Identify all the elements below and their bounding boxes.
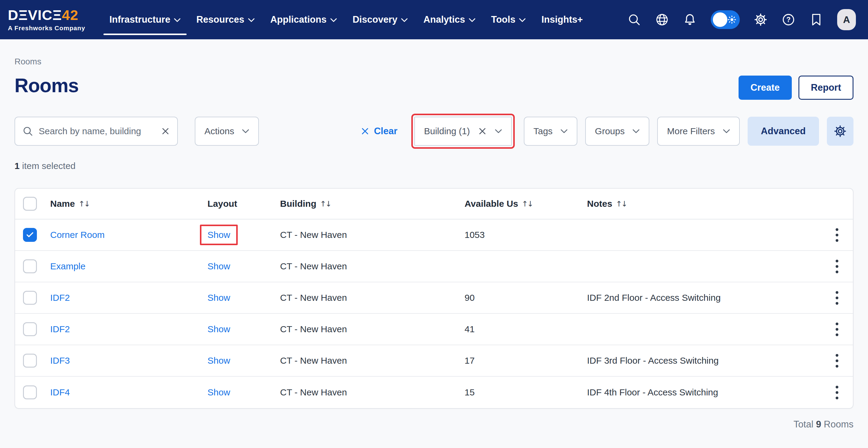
nav-item-analytics[interactable]: Analytics	[415, 0, 483, 39]
remove-filter-x-icon[interactable]	[478, 127, 487, 136]
selection-status: 1 item selected	[14, 161, 854, 171]
nav-item-insights[interactable]: Insights+	[533, 0, 591, 39]
row-menu-kebab-icon[interactable]	[830, 257, 844, 276]
table-footer: Total 9 Rooms	[14, 419, 854, 430]
search-icon[interactable]	[627, 13, 641, 27]
layout-show-link[interactable]: Show	[208, 324, 230, 334]
available-cell: 15	[465, 387, 587, 397]
column-header-available[interactable]: Available Us ↑↓	[465, 199, 587, 209]
show-annotation-wrapper: Show	[208, 324, 230, 334]
row-menu-kebab-icon[interactable]	[830, 289, 844, 307]
sort-icon[interactable]: ↑↓	[320, 199, 331, 208]
row-checkbox[interactable]	[23, 291, 37, 305]
total-count: 9	[816, 419, 821, 429]
title-actions: Create Report	[739, 75, 854, 100]
nav-item-label: Insights+	[541, 14, 583, 25]
chevron-down-icon	[248, 18, 255, 22]
nav-item-label: Discovery	[353, 14, 397, 25]
filter-right-group: Clear Building (1) Tags Groups More Filt…	[361, 117, 854, 146]
building-filter-chip[interactable]: Building (1)	[414, 117, 512, 146]
create-button[interactable]: Create	[739, 75, 792, 100]
row-checkbox[interactable]	[23, 322, 37, 336]
nav-item-tools[interactable]: Tools	[483, 0, 533, 39]
sort-icon[interactable]: ↑↓	[79, 199, 90, 208]
row-menu-kebab-icon[interactable]	[830, 352, 844, 370]
nav-item-infrastructure[interactable]: Infrastructure	[102, 0, 189, 39]
column-label: Name	[50, 199, 75, 209]
more-filters-dropdown[interactable]: More Filters	[657, 117, 740, 146]
row-checkbox[interactable]	[23, 354, 37, 367]
room-name-link[interactable]: IDF2	[50, 293, 70, 302]
main-navigation: Infrastructure Resources Applications Di…	[102, 0, 591, 39]
user-avatar[interactable]: A	[837, 9, 856, 30]
nav-item-resources[interactable]: Resources	[188, 0, 262, 39]
groups-filter-dropdown[interactable]: Groups	[585, 117, 649, 146]
row-checkbox[interactable]	[23, 228, 37, 242]
tags-filter-dropdown[interactable]: Tags	[524, 117, 577, 146]
logo-wordmark: DΞVICΞ42	[8, 8, 85, 22]
clear-filters-button[interactable]: Clear	[361, 126, 397, 137]
svg-text:?: ?	[786, 16, 790, 24]
avatar-initial: A	[843, 14, 850, 25]
clear-x-icon	[361, 127, 370, 136]
column-header-building[interactable]: Building ↑↓	[280, 199, 465, 209]
chevron-down-icon	[723, 129, 730, 134]
show-annotation-wrapper: Show	[208, 355, 230, 366]
breadcrumb[interactable]: Rooms	[14, 57, 854, 66]
gear-icon	[834, 125, 847, 138]
report-button[interactable]: Report	[799, 75, 854, 100]
total-prefix: Total	[794, 419, 813, 429]
layout-show-link[interactable]: Show	[208, 355, 230, 365]
row-checkbox[interactable]	[23, 385, 37, 399]
settings-gear-icon[interactable]	[754, 13, 768, 27]
room-name-link[interactable]: IDF2	[50, 324, 70, 334]
table-row: IDF3 Show CT - New Haven 17 IDF 3rd Floo…	[15, 345, 853, 377]
room-name-link[interactable]: IDF4	[50, 387, 70, 397]
sort-icon[interactable]: ↑↓	[522, 199, 533, 208]
row-menu-kebab-icon[interactable]	[830, 226, 844, 244]
nav-item-label: Infrastructure	[110, 14, 170, 25]
room-name-link[interactable]: Example	[50, 261, 86, 271]
globe-icon[interactable]	[655, 13, 669, 27]
table-settings-button[interactable]	[827, 117, 854, 146]
search-icon	[22, 126, 33, 137]
nav-item-discovery[interactable]: Discovery	[345, 0, 415, 39]
actions-dropdown[interactable]: Actions	[195, 117, 259, 146]
chevron-down-icon	[519, 18, 526, 22]
bookmark-icon[interactable]	[809, 13, 823, 27]
column-header-name[interactable]: Name ↑↓	[50, 199, 208, 209]
nav-item-label: Resources	[196, 14, 244, 25]
row-menu-kebab-icon[interactable]	[830, 383, 844, 402]
advanced-button[interactable]: Advanced	[748, 117, 819, 146]
notifications-bell-icon[interactable]	[683, 13, 697, 27]
theme-toggle[interactable]	[711, 10, 740, 29]
layout-show-link[interactable]: Show	[208, 387, 230, 397]
row-checkbox[interactable]	[23, 259, 37, 273]
select-all-checkbox[interactable]	[23, 197, 37, 211]
chevron-down-icon	[330, 18, 337, 22]
help-icon[interactable]: ?	[781, 13, 796, 27]
column-header-notes[interactable]: Notes ↑↓	[587, 199, 823, 209]
nav-item-label: Tools	[491, 14, 515, 25]
search-input[interactable]	[39, 126, 155, 136]
sun-icon	[727, 14, 737, 25]
table-row: IDF2 Show CT - New Haven 90 IDF 2nd Floo…	[15, 282, 853, 314]
building-cell: CT - New Haven	[280, 293, 465, 303]
available-cell: 90	[465, 293, 587, 303]
notes-cell: IDF 2nd Floor - Access Switching	[587, 293, 823, 303]
layout-show-link[interactable]: Show	[208, 230, 230, 240]
device42-logo[interactable]: DΞVICΞ42 A Freshworks Company	[8, 8, 85, 32]
sort-icon[interactable]: ↑↓	[616, 199, 627, 208]
row-menu-kebab-icon[interactable]	[830, 320, 844, 338]
building-cell: CT - New Haven	[280, 387, 465, 397]
nav-item-applications[interactable]: Applications	[262, 0, 345, 39]
layout-show-link[interactable]: Show	[208, 261, 230, 271]
search-clear-icon[interactable]	[161, 127, 170, 136]
column-header-layout: Layout	[208, 199, 280, 209]
available-cell: 17	[465, 355, 587, 366]
navbar-actions: ? A	[627, 9, 856, 30]
room-name-link[interactable]: IDF3	[50, 355, 70, 365]
layout-show-link[interactable]: Show	[208, 293, 230, 302]
room-name-link[interactable]: Corner Room	[50, 230, 105, 240]
table-row: IDF2 Show CT - New Haven 41	[15, 314, 853, 345]
